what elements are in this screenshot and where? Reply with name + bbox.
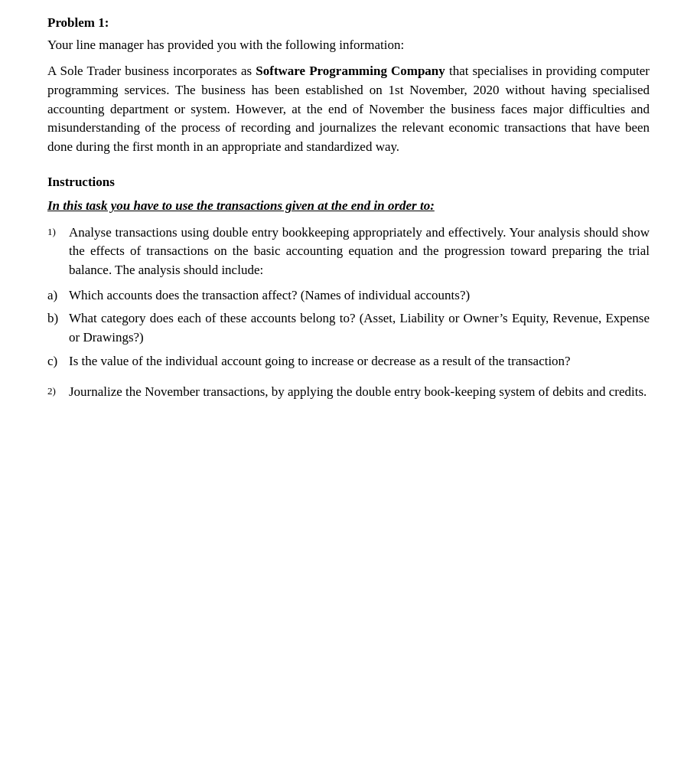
item2-block: 2) Journalize the November transactions,… (47, 383, 650, 402)
intro-paragraph: Your line manager has provided you with … (47, 36, 650, 55)
item1-number: 1) (47, 224, 69, 240)
alpha-label-b: b) (47, 309, 69, 328)
alpha-item-c: c) Is the value of the individual accoun… (47, 352, 650, 371)
body-part1: A Sole Trader business incorporates as (47, 64, 256, 78)
alpha-text-a: Which accounts does the transaction affe… (69, 286, 650, 305)
company-name: Software Programming Company (256, 64, 445, 78)
item2-text: Journalize the November transactions, by… (69, 383, 650, 402)
alpha-text-b: What category does each of these account… (69, 309, 650, 347)
alpha-item-b: b) What category does each of these acco… (47, 309, 650, 347)
problem-title: Problem 1: (47, 14, 650, 33)
item1-text: Analyse transactions using double entry … (69, 224, 650, 280)
instructions-subtitle: In this task you have to use the transac… (47, 197, 650, 216)
item2-number: 2) (47, 383, 69, 399)
alpha-text-c: Is the value of the individual account g… (69, 352, 650, 371)
alpha-label-a: a) (47, 286, 69, 305)
alpha-item-a: a) Which accounts does the transaction a… (47, 286, 650, 305)
alpha-list: a) Which accounts does the transaction a… (47, 286, 650, 371)
alpha-label-c: c) (47, 352, 69, 371)
body-paragraph: A Sole Trader business incorporates as S… (47, 62, 650, 156)
instructions-title: Instructions (47, 173, 650, 192)
numbered-item-1: 1) Analyse transactions using double ent… (47, 224, 650, 280)
numbered-list: 1) Analyse transactions using double ent… (47, 224, 650, 280)
